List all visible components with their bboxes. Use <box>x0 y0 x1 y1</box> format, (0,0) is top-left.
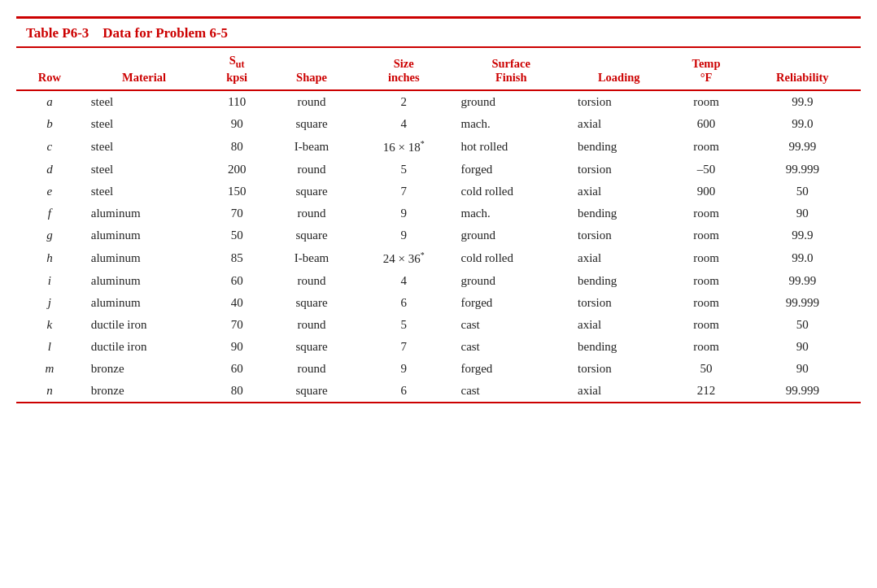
table-row: k ductile iron 70 round 5 cast axial roo… <box>16 314 861 336</box>
cell-row: f <box>16 203 83 224</box>
cell-shape: square <box>268 336 355 358</box>
cell-surface: forged <box>452 292 569 314</box>
cell-sut: 70 <box>205 314 268 336</box>
cell-temp: 212 <box>668 380 744 402</box>
cell-size: 24 × 36* <box>355 246 452 270</box>
cell-temp: room <box>668 292 744 314</box>
cell-loading: bending <box>569 135 668 159</box>
cell-temp: 50 <box>668 358 744 380</box>
cell-size: 4 <box>355 113 452 135</box>
table-row: c steel 80 I-beam 16 × 18* hot rolled be… <box>16 135 861 159</box>
table-row: b steel 90 square 4 mach. axial 600 99.0 <box>16 113 861 135</box>
cell-row: h <box>16 246 83 270</box>
cell-loading: axial <box>569 181 668 203</box>
cell-material: steel <box>83 113 206 135</box>
cell-loading: torsion <box>569 358 668 380</box>
cell-material: aluminum <box>83 246 206 270</box>
cell-surface: cold rolled <box>452 181 569 203</box>
table-row: d steel 200 round 5 forged torsion –50 9… <box>16 159 861 181</box>
col-header-reliability: Reliability <box>744 48 861 90</box>
cell-temp: room <box>668 203 744 224</box>
cell-row: k <box>16 314 83 336</box>
cell-shape: round <box>268 314 355 336</box>
cell-temp: room <box>668 314 744 336</box>
cell-temp: room <box>668 336 744 358</box>
cell-size: 5 <box>355 314 452 336</box>
cell-sut: 70 <box>205 203 268 224</box>
cell-shape: I-beam <box>268 135 355 159</box>
cell-surface: mach. <box>452 203 569 224</box>
table-id: Table P6-3 <box>26 25 89 41</box>
cell-size: 16 × 18* <box>355 135 452 159</box>
cell-loading: torsion <box>569 159 668 181</box>
cell-size: 2 <box>355 90 452 113</box>
table-row: l ductile iron 90 square 7 cast bending … <box>16 336 861 358</box>
cell-size: 5 <box>355 159 452 181</box>
cell-sut: 60 <box>205 270 268 292</box>
cell-temp: room <box>668 135 744 159</box>
cell-material: ductile iron <box>83 314 206 336</box>
cell-reliability: 50 <box>744 314 861 336</box>
cell-shape: round <box>268 90 355 113</box>
cell-sut: 40 <box>205 292 268 314</box>
cell-loading: torsion <box>569 224 668 246</box>
cell-shape: round <box>268 159 355 181</box>
cell-size: 6 <box>355 380 452 402</box>
cell-row: m <box>16 358 83 380</box>
cell-size: 9 <box>355 358 452 380</box>
cell-reliability: 99.999 <box>744 380 861 402</box>
cell-temp: room <box>668 246 744 270</box>
cell-reliability: 90 <box>744 336 861 358</box>
cell-temp: 900 <box>668 181 744 203</box>
table-description: Data for Problem 6-5 <box>103 25 228 41</box>
table-row: f aluminum 70 round 9 mach. bending room… <box>16 203 861 224</box>
cell-surface: cast <box>452 336 569 358</box>
cell-sut: 200 <box>205 159 268 181</box>
cell-sut: 80 <box>205 380 268 402</box>
cell-surface: cast <box>452 314 569 336</box>
cell-reliability: 99.9 <box>744 224 861 246</box>
cell-material: aluminum <box>83 270 206 292</box>
cell-row: i <box>16 270 83 292</box>
cell-size: 6 <box>355 292 452 314</box>
table-row: n bronze 80 square 6 cast axial 212 99.9… <box>16 380 861 402</box>
cell-sut: 50 <box>205 224 268 246</box>
cell-row: j <box>16 292 83 314</box>
cell-sut: 60 <box>205 358 268 380</box>
col-header-row: Row <box>16 48 83 90</box>
cell-sut: 85 <box>205 246 268 270</box>
table-row: g aluminum 50 square 9 ground torsion ro… <box>16 224 861 246</box>
cell-sut: 150 <box>205 181 268 203</box>
cell-size: 4 <box>355 270 452 292</box>
col-header-shape: Shape <box>268 48 355 90</box>
cell-sut: 90 <box>205 113 268 135</box>
cell-material: bronze <box>83 358 206 380</box>
cell-row: a <box>16 90 83 113</box>
cell-size: 7 <box>355 181 452 203</box>
cell-surface: forged <box>452 358 569 380</box>
cell-surface: ground <box>452 224 569 246</box>
cell-size: 9 <box>355 224 452 246</box>
cell-loading: bending <box>569 203 668 224</box>
cell-row: d <box>16 159 83 181</box>
cell-loading: bending <box>569 270 668 292</box>
cell-temp: room <box>668 270 744 292</box>
cell-loading: axial <box>569 314 668 336</box>
cell-surface: ground <box>452 90 569 113</box>
cell-sut: 90 <box>205 336 268 358</box>
cell-row: g <box>16 224 83 246</box>
cell-reliability: 99.99 <box>744 270 861 292</box>
cell-reliability: 50 <box>744 181 861 203</box>
table-header-row: Row Material Sutkpsi Shape Sizeinches Su… <box>16 48 861 90</box>
cell-surface: cast <box>452 380 569 402</box>
table-container: Table P6-3 Data for Problem 6-5 Row Mate… <box>16 16 861 403</box>
cell-row: l <box>16 336 83 358</box>
cell-reliability: 99.0 <box>744 113 861 135</box>
cell-shape: square <box>268 380 355 402</box>
table-row: m bronze 60 round 9 forged torsion 50 90 <box>16 358 861 380</box>
cell-reliability: 99.0 <box>744 246 861 270</box>
cell-size: 7 <box>355 336 452 358</box>
cell-row: n <box>16 380 83 402</box>
cell-loading: torsion <box>569 90 668 113</box>
cell-material: bronze <box>83 380 206 402</box>
